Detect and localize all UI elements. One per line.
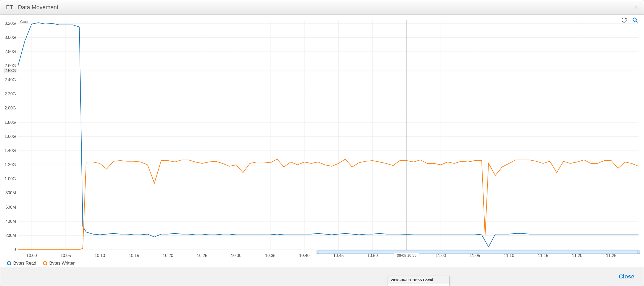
hover-tooltip: 2018-06-08 10:55 Local 1.Bytes Written1.… bbox=[388, 276, 450, 286]
svg-text:10:00: 10:00 bbox=[26, 253, 37, 258]
svg-text:2.53G: 2.53G bbox=[4, 68, 16, 73]
svg-text:200M: 200M bbox=[5, 233, 16, 238]
svg-text:11:20: 11:20 bbox=[572, 253, 582, 258]
modal-header: ETL Data Movement × bbox=[0, 0, 644, 15]
svg-text:10:35: 10:35 bbox=[265, 253, 275, 258]
close-icon[interactable]: × bbox=[634, 3, 638, 11]
svg-text:2.60G: 2.60G bbox=[4, 63, 16, 68]
svg-text:10:25: 10:25 bbox=[197, 253, 207, 258]
range-handle-right[interactable] bbox=[638, 250, 640, 254]
svg-text:2.00G: 2.00G bbox=[4, 106, 16, 110]
svg-text:0: 0 bbox=[14, 247, 16, 252]
legend-dot-icon bbox=[43, 261, 47, 265]
legend-dot-icon bbox=[7, 261, 11, 265]
svg-text:11:10: 11:10 bbox=[504, 253, 514, 258]
range-selector[interactable] bbox=[318, 250, 639, 253]
svg-text:10:45: 10:45 bbox=[333, 253, 344, 258]
svg-text:1.80G: 1.80G bbox=[4, 120, 16, 125]
range-handle-left[interactable] bbox=[317, 250, 319, 254]
svg-text:1.20G: 1.20G bbox=[4, 162, 16, 167]
svg-text:2.20G: 2.20G bbox=[4, 92, 16, 96]
svg-text:06-08 10:55: 06-08 10:55 bbox=[397, 253, 417, 258]
svg-text:10:40: 10:40 bbox=[299, 253, 310, 258]
svg-text:11:25: 11:25 bbox=[606, 253, 616, 258]
svg-text:3.20G: 3.20G bbox=[4, 21, 16, 26]
svg-text:2.80G: 2.80G bbox=[4, 49, 16, 54]
svg-text:10:20: 10:20 bbox=[163, 253, 173, 258]
svg-text:1.40G: 1.40G bbox=[4, 148, 16, 153]
svg-text:10:15: 10:15 bbox=[129, 253, 139, 258]
svg-text:10:50: 10:50 bbox=[367, 253, 378, 258]
modal-footer: Close bbox=[0, 267, 644, 286]
modal-body: 0200M400M600M800M1.00G1.20G1.40G1.60G1.8… bbox=[0, 15, 644, 267]
legend-item-bytes-read[interactable]: Bytes Read bbox=[7, 259, 36, 267]
svg-text:800M: 800M bbox=[5, 191, 16, 195]
svg-text:10:05: 10:05 bbox=[61, 253, 71, 258]
close-button[interactable]: Close bbox=[619, 273, 634, 280]
modal-title: ETL Data Movement bbox=[6, 4, 634, 11]
legend-label: Bytes Read bbox=[13, 261, 36, 266]
svg-text:600M: 600M bbox=[5, 205, 16, 209]
svg-text:3.00G: 3.00G bbox=[4, 35, 16, 40]
svg-text:400M: 400M bbox=[5, 219, 16, 224]
svg-text:1.60G: 1.60G bbox=[4, 134, 16, 139]
legend: Bytes ReadBytes Written bbox=[7, 259, 76, 267]
chart-modal: ETL Data Movement × 0200M400M600M800M1.0… bbox=[0, 0, 644, 286]
tooltip-row: 1.Bytes Written1.26G bbox=[388, 284, 449, 286]
svg-text:11:05: 11:05 bbox=[470, 253, 480, 258]
svg-text:11:00: 11:00 bbox=[436, 253, 446, 258]
svg-text:Count: Count bbox=[20, 19, 31, 24]
svg-text:10:30: 10:30 bbox=[231, 253, 242, 258]
svg-text:2.40G: 2.40G bbox=[4, 78, 16, 82]
tooltip-header: 2018-06-08 10:55 Local bbox=[388, 276, 449, 284]
svg-text:1.00G: 1.00G bbox=[4, 177, 16, 181]
svg-text:10:10: 10:10 bbox=[95, 253, 105, 258]
chart-canvas[interactable]: 0200M400M600M800M1.00G1.20G1.40G1.60G1.8… bbox=[2, 17, 642, 267]
legend-item-bytes-written[interactable]: Bytes Written bbox=[43, 259, 76, 267]
svg-text:11:15: 11:15 bbox=[538, 253, 548, 258]
legend-label: Bytes Written bbox=[49, 261, 76, 266]
